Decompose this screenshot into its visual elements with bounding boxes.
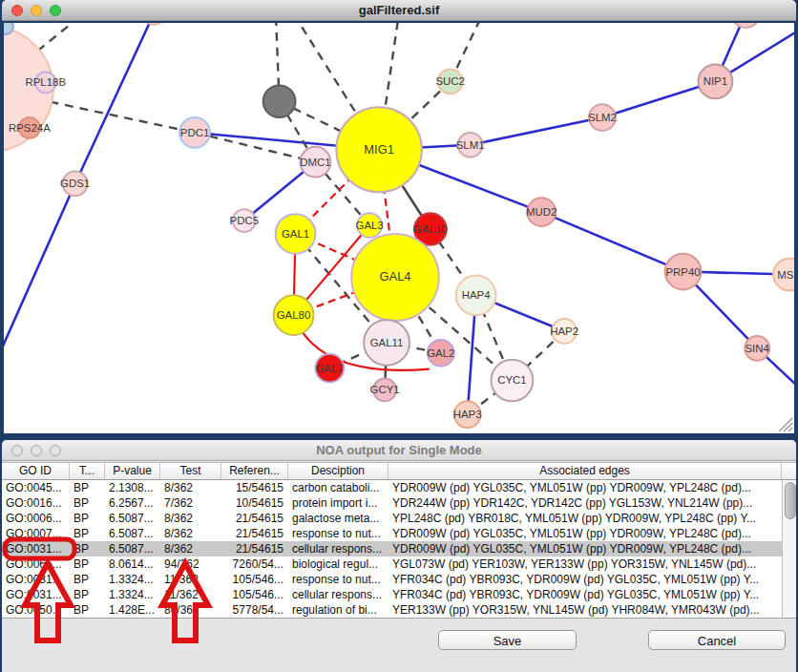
cell-pvalue: 6.5087... [105, 511, 160, 526]
cell-type: BP [70, 572, 105, 587]
save-button[interactable]: Save [438, 630, 577, 650]
graph-node-label: CYC1 [497, 375, 527, 387]
cell-goid: GO:0050... [2, 602, 70, 618]
table-row[interactable]: GO:0065...BP8.0614...94/3627260/54...bio… [2, 556, 782, 572]
network-window-title: galFiltered.sif [2, 3, 796, 17]
cell-pvalue: 2.1308... [105, 480, 160, 495]
table-row[interactable]: GO:0031...BP6.5087...8/36221/54615cellul… [2, 541, 782, 556]
cell-description: cellular respons... [288, 587, 388, 602]
graph-node-label: DMC1 [300, 157, 330, 168]
table-row[interactable]: GO:0006...BP6.5087...8/36221/54615galact… [2, 511, 782, 526]
cell-pvalue: 8.0614... [105, 556, 160, 572]
cell-edges: YDR009W (pd) YGL035C, YML051W (pp) YDR00… [388, 541, 782, 556]
cell-goid: GO:0045... [2, 480, 70, 495]
graph-node-label: PDC5 [230, 215, 260, 226]
cell-pvalue: 1.428E... [105, 602, 160, 618]
table-row[interactable]: GO:0031...BP1.3324...11/362105/546...cel… [2, 587, 782, 602]
graph-node-label: GAL11 [370, 337, 404, 348]
cell-type: BP [70, 480, 105, 495]
cell-reference: 5778/54... [221, 602, 288, 618]
cell-goid: GO:0031... [2, 541, 70, 556]
noa-window-titlebar[interactable]: NOA output for Single Mode [2, 440, 796, 461]
cell-description: protein import i... [288, 495, 388, 511]
cell-test: 11/362 [160, 587, 221, 602]
graph-node-label: RPS24A [9, 122, 51, 134]
cell-reference: 21/54615 [221, 511, 288, 526]
graph-node-label: HAP3 [453, 409, 482, 420]
cell-goid: GO:0006... [2, 511, 70, 526]
column-header[interactable]: GO ID [2, 463, 70, 479]
graph-node-label: MUD2 [526, 206, 556, 218]
graph-node-label: GAL1 [282, 228, 309, 240]
graph-node-topPink1[interactable] [142, 21, 165, 25]
graph-node-label: GAL2 [427, 347, 454, 359]
table-row[interactable]: GO:0031...BP1.3324...11/362105/546...res… [2, 572, 782, 587]
column-header[interactable]: Test [160, 463, 221, 479]
column-header[interactable]: Desciption [288, 463, 388, 479]
graph-node-label: GDS1 [60, 178, 90, 189]
vertical-scrollbar[interactable] [782, 480, 796, 618]
cell-edges: YDR009W (pd) YGL035C, YML051W (pp) YDR00… [388, 526, 782, 541]
column-header[interactable]: Associated edges [388, 463, 782, 479]
cell-description: carbon cataboli... [288, 480, 388, 495]
graph-edge[interactable] [75, 21, 155, 183]
graph-edge[interactable] [2, 183, 75, 382]
table-row[interactable]: GO:0050...BP1.428E...80/3625778/54...reg… [2, 602, 782, 618]
column-header[interactable]: T... [70, 463, 105, 479]
cell-reference: 21/54615 [221, 541, 288, 556]
network-canvas[interactable]: RPL18BRPS24AGDS1PDC1PDC5DMC1MIG1SUC2SLM1… [2, 21, 796, 435]
cell-test: 7/362 [160, 495, 221, 511]
noa-window-title: NOA output for Single Mode [2, 443, 796, 457]
resize-grip[interactable] [784, 423, 792, 431]
graph-edge[interactable] [471, 117, 602, 145]
table-header: GO IDT...P-valueTestReferen...Desciption… [2, 462, 796, 480]
cell-pvalue: 1.3324... [105, 572, 160, 587]
graph-node-label: PDC1 [180, 127, 210, 138]
cell-test: 8/362 [160, 526, 221, 541]
cell-pvalue: 1.3324... [105, 587, 160, 602]
cell-test: 8/362 [160, 480, 221, 495]
cell-type: BP [70, 602, 105, 618]
table-row[interactable]: GO:0045...BP2.1308...8/36215/54615carbon… [2, 480, 782, 495]
cell-type: BP [70, 526, 105, 541]
cell-goid: GO:0016... [2, 495, 70, 511]
cancel-button[interactable]: Cancel [648, 630, 786, 650]
graph-node-topPink2[interactable] [731, 21, 760, 28]
cell-goid: GO:0007... [2, 526, 70, 541]
graph-node-label: RPL18B [25, 76, 66, 88]
column-header[interactable]: Referen... [221, 463, 288, 479]
graph-node-grayNode[interactable] [263, 85, 296, 117]
graph-node-label: GAL80 [277, 309, 311, 321]
cell-edges: YDR009W (pd) YGL035C, YML051W (pp) YDR00… [388, 480, 782, 495]
cell-type: BP [70, 511, 105, 526]
column-header[interactable]: P-value [105, 463, 160, 479]
noa-output-window: NOA output for Single Mode GO IDT...P-va… [2, 440, 796, 672]
graph-node-label: GCY1 [370, 384, 400, 395]
graph-node-label: PRP40 [665, 266, 700, 278]
table-row[interactable]: GO:0016...BP6.2567...7/36210/54615protei… [2, 495, 782, 511]
graph-node-label: SIN4 [745, 343, 769, 354]
graph-edge[interactable] [541, 212, 682, 271]
cell-edges: YPL248C (pd) YBR018C, YML051W (pp) YDR00… [388, 511, 782, 526]
cell-edges: YGL073W (pd) YER103W, YER133W (pp) YOR31… [388, 556, 782, 572]
cell-edges: YFR034C (pd) YBR093C, YDR009W (pd) YGL03… [388, 572, 782, 587]
cell-description: response to nut... [288, 526, 388, 541]
network-window-titlebar[interactable]: galFiltered.sif [2, 0, 796, 21]
cell-reference: 105/546... [221, 572, 288, 587]
table-row[interactable]: GO:0007...BP6.5087...8/36221/54615respon… [2, 526, 782, 541]
resize-grip[interactable] [788, 428, 792, 431]
scrollbar-thumb[interactable] [785, 482, 796, 519]
cell-test: 94/362 [160, 556, 221, 572]
cell-edges: YDR244W (pp) YDR142C, YDR142C (pp) YGL15… [388, 495, 782, 511]
graph-node-label: SUC2 [435, 75, 465, 87]
cell-type: BP [70, 556, 105, 572]
graph-node-label: NIP1 [704, 75, 727, 87]
graph-node-tinyblue[interactable] [2, 21, 13, 34]
cell-test: 8/362 [160, 541, 221, 556]
column-header[interactable] [782, 463, 796, 479]
cell-description: regulation of bi... [288, 602, 388, 618]
graph-node-label: HAP2 [550, 326, 578, 337]
cell-description: response to nut... [288, 572, 388, 587]
cell-test: 11/362 [160, 572, 221, 587]
cell-type: BP [70, 541, 105, 556]
